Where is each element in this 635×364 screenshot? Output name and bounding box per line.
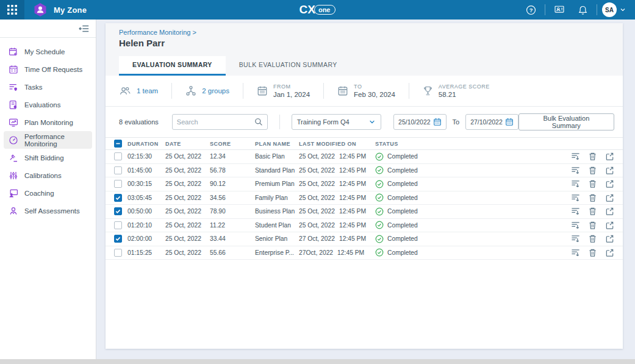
delete-icon[interactable] — [588, 152, 597, 161]
app-launcher-button[interactable] — [0, 0, 24, 20]
plan-name-cell: Enterprise P... — [255, 249, 299, 256]
breadcrumb[interactable]: Performance Monitoring > — [119, 29, 623, 36]
coaching-icon — [9, 188, 18, 198]
score-cell: 12.34 — [210, 153, 255, 160]
notifications-button[interactable] — [573, 1, 592, 19]
completed-icon — [375, 235, 384, 243]
open-external-icon[interactable] — [605, 234, 614, 243]
svg-text:?: ? — [529, 7, 533, 13]
summary-strip: 1 team 2 groups FROM Jan 1, 2024 TO — [106, 76, 623, 107]
duration-cell: 01:15:25 — [127, 249, 165, 256]
completed-icon — [375, 207, 384, 216]
groups-filter[interactable]: 2 groups — [185, 85, 243, 96]
open-external-icon[interactable] — [605, 193, 614, 202]
sidebar-item-tasks[interactable]: Tasks — [4, 78, 92, 96]
delete-icon[interactable] — [588, 193, 597, 202]
date-cell: 25 Oct, 2022 — [165, 222, 210, 229]
announcements-button[interactable] — [550, 1, 569, 19]
performance-monitoring-icon — [9, 135, 18, 145]
sidebar-item-calibrations[interactable]: Calibrations — [4, 166, 92, 184]
row-checkbox[interactable] — [114, 180, 122, 188]
open-external-icon[interactable] — [605, 152, 614, 161]
tasks-icon — [9, 82, 18, 92]
team-filter[interactable]: 1 team — [119, 85, 171, 96]
completed-icon — [375, 166, 384, 174]
grid-icon — [7, 5, 17, 15]
tab-bulk-evaluation-summary[interactable]: BULK EVALUATION SUMMARY — [226, 56, 351, 76]
duration-cell: 02:15:30 — [127, 153, 165, 160]
delete-icon[interactable] — [588, 248, 597, 257]
search-box[interactable] — [172, 114, 268, 130]
add-to-list-icon[interactable] — [571, 179, 580, 188]
date-to-input[interactable]: 27/10/2022 — [465, 114, 518, 130]
tab-evaluation-summary[interactable]: EVALUATION SUMMARY — [119, 56, 226, 76]
sidebar-item-shift-bidding[interactable]: Shift Bidding — [4, 149, 92, 166]
column-header-date[interactable]: DATE — [165, 141, 210, 147]
add-to-list-icon[interactable] — [571, 207, 580, 216]
status-cell: Completed — [375, 166, 562, 174]
delete-icon[interactable] — [588, 207, 597, 216]
plan-name-cell: Student Plan — [255, 222, 299, 229]
column-header-duration[interactable]: DURATION — [127, 141, 165, 147]
sidebar-item-self-assessments[interactable]: Self Assessments — [4, 202, 92, 219]
add-to-list-icon[interactable] — [571, 234, 580, 243]
help-button[interactable]: ? — [522, 1, 540, 19]
sidebar-item-label: Evaluations — [24, 101, 60, 109]
sidebar-item-coaching[interactable]: Coaching — [4, 184, 92, 202]
sidebar-item-label: Performance Monitoring — [24, 133, 87, 148]
delete-icon[interactable] — [588, 179, 597, 188]
column-header-last-modified[interactable]: LAST MODIFIED ON — [299, 141, 375, 147]
score-cell: 56.78 — [210, 167, 255, 174]
row-checkbox[interactable] — [114, 235, 122, 243]
topbar-separator — [597, 4, 597, 15]
column-header-score[interactable]: SCORE — [210, 141, 255, 147]
add-to-list-icon[interactable] — [571, 166, 580, 175]
shift-bidding-icon — [9, 153, 18, 163]
date-from-input[interactable]: 25/10/2022 — [393, 114, 447, 130]
sidebar-item-my-schedule[interactable]: My Schedule — [4, 43, 92, 60]
row-checkbox[interactable] — [114, 194, 122, 202]
row-checkbox[interactable] — [114, 221, 122, 229]
column-header-plan-name[interactable]: PLAN NAME — [255, 141, 299, 147]
row-checkbox[interactable] — [114, 249, 122, 257]
evaluations-icon — [9, 100, 18, 110]
open-external-icon[interactable] — [605, 221, 614, 230]
user-menu[interactable]: SA — [602, 2, 626, 17]
bell-icon — [578, 5, 588, 15]
row-checkbox[interactable] — [114, 166, 122, 174]
collapse-menu-icon — [79, 23, 90, 34]
open-external-icon[interactable] — [605, 248, 614, 257]
collapse-sidebar-button[interactable] — [79, 23, 90, 34]
open-external-icon[interactable] — [605, 207, 614, 216]
delete-icon[interactable] — [588, 166, 597, 175]
sidebar-item-time-off[interactable]: Time Off Requests — [4, 60, 92, 78]
duration-cell: 01:20:10 — [127, 222, 165, 229]
from-date-summary[interactable]: FROM Jan 1, 2024 — [257, 84, 323, 98]
form-select[interactable]: Training Form Q4 — [292, 114, 381, 130]
sidebar-item-plan-monitoring[interactable]: Plan Monitoring — [4, 113, 92, 131]
avatar: SA — [602, 2, 617, 17]
to-date-summary[interactable]: TO Feb 30, 2024 — [337, 84, 409, 98]
sidebar-item-performance-monitoring[interactable]: Performance Monitoring — [4, 131, 92, 149]
add-to-list-icon[interactable] — [571, 248, 580, 257]
open-external-icon[interactable] — [605, 166, 614, 175]
status-label: Completed — [387, 167, 418, 174]
column-header-status[interactable]: STATUS — [375, 141, 562, 147]
row-actions — [562, 221, 623, 230]
add-to-list-icon[interactable] — [571, 152, 580, 161]
indeterminate-icon — [115, 141, 121, 146]
delete-icon[interactable] — [588, 234, 597, 243]
status-cell: Completed — [375, 152, 562, 161]
add-to-list-icon[interactable] — [571, 193, 580, 202]
open-external-icon[interactable] — [605, 179, 614, 188]
row-checkbox[interactable] — [114, 152, 122, 160]
add-to-list-icon[interactable] — [571, 221, 580, 230]
date-cell: 25 Oct, 2022 — [165, 235, 210, 242]
sidebar-item-evaluations[interactable]: Evaluations — [4, 96, 92, 113]
row-checkbox[interactable] — [114, 207, 122, 215]
delete-icon[interactable] — [588, 221, 597, 230]
search-input[interactable] — [177, 118, 251, 126]
my-schedule-icon — [9, 47, 18, 57]
bulk-evaluation-summary-button[interactable]: Bulk Evaluation Summary — [518, 113, 614, 130]
select-all-checkbox[interactable] — [114, 140, 122, 148]
